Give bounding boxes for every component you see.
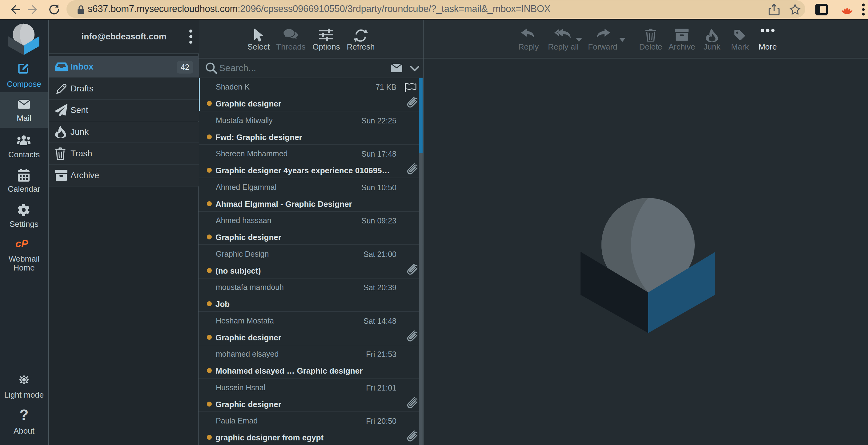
svg-text:cP: cP (16, 238, 28, 249)
